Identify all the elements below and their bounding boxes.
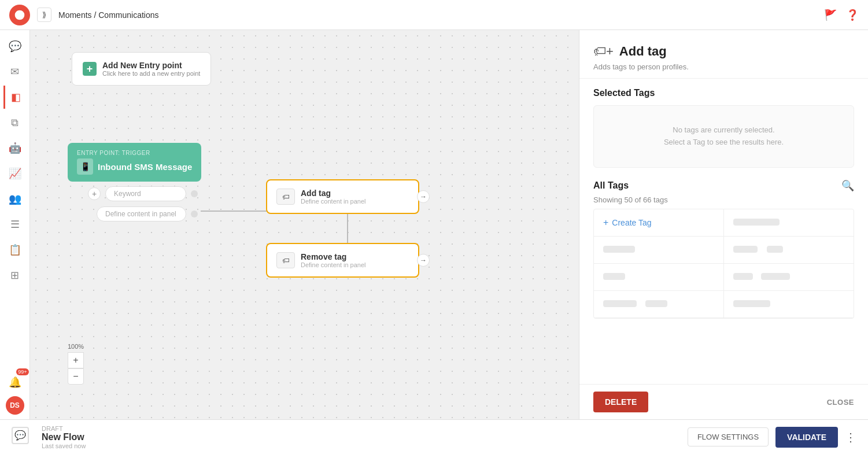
empty-line2: Select a Tag to see the results here.: [612, 136, 835, 149]
sidebar-item-bot[interactable]: 🤖: [3, 136, 27, 160]
add-tag-icon: 🏷: [276, 189, 295, 205]
flow-settings-button[interactable]: FLOW SETTINGS: [688, 427, 769, 446]
notification-badge: 99+: [16, 368, 28, 375]
content-input[interactable]: Define content in panel: [97, 206, 186, 222]
tag-blur-5: [733, 273, 753, 280]
tag-blur-1: [733, 219, 780, 226]
panel-body: Selected Tags No tags are currently sele…: [579, 79, 868, 384]
add-keyword-button[interactable]: +: [88, 187, 101, 200]
panel-title: Add tag: [619, 44, 667, 59]
sidebar-item-audit[interactable]: 📋: [3, 238, 27, 261]
bottom-actions: FLOW SETTINGS VALIDATE ⋮: [688, 427, 856, 448]
canvas-area[interactable]: + Add New Entry point Click here to add …: [30, 30, 579, 419]
breadcrumb-moments: Moments: [58, 10, 92, 20]
sidebar-item-notifications[interactable]: 🔔 99+: [3, 371, 27, 394]
remove-tag-text: Remove tag Define content in panel: [301, 252, 366, 268]
add-tag-node[interactable]: 🏷 Add tag Define content in panel →: [266, 179, 419, 214]
connector-line-h: [201, 211, 267, 212]
close-button[interactable]: CLOSE: [827, 398, 854, 407]
selected-tags-empty-message: No tags are currently selected. Select a…: [612, 124, 835, 149]
create-tag-label: Create Tag: [612, 218, 651, 227]
tag-blur-6b: [645, 300, 667, 307]
panel-header: 🏷+ Add tag Adds tags to person profiles.: [579, 30, 868, 79]
content-row: Define content in panel: [97, 206, 198, 222]
sidebar-item-segments[interactable]: ◧: [3, 86, 27, 109]
all-tags-header: All Tags 🔍: [593, 179, 854, 192]
tag-blur-4: [603, 273, 625, 280]
entry-point-plus-icon: +: [83, 62, 97, 76]
panel-title-row: 🏷+ Add tag: [593, 44, 854, 59]
keyword-connector-dot: [191, 190, 198, 197]
app-logo[interactable]: [9, 5, 30, 25]
more-options-button[interactable]: ⋮: [845, 430, 856, 444]
trigger-title-text: Inbound SMS Message: [98, 162, 192, 172]
remove-tag-arrow-button[interactable]: →: [417, 254, 430, 267]
tag-cell-3[interactable]: [724, 237, 854, 264]
tag-blur-3b: [767, 246, 783, 253]
tag-cell-6[interactable]: [594, 291, 724, 318]
create-tag-cell[interactable]: + Create Tag: [594, 209, 724, 237]
flow-icon: 💬: [12, 427, 32, 448]
panel-add-tag-icon: 🏷+: [593, 44, 614, 59]
remove-tag-icon: 🏷: [276, 252, 295, 268]
content-connector-dot: [191, 211, 198, 217]
trigger-title: 📱 Inbound SMS Message: [77, 158, 192, 175]
tag-cell-1[interactable]: [724, 209, 854, 237]
add-tag-arrow-button[interactable]: →: [417, 190, 430, 203]
flow-icon-box: 💬: [12, 427, 29, 444]
sidebar-item-grid[interactable]: ⊞: [3, 264, 27, 287]
keyword-row: + Keyword: [88, 186, 198, 201]
tags-grid: + Create Tag: [593, 209, 854, 319]
all-tags-section-title: All Tags: [593, 180, 629, 191]
right-panel: 🏷+ Add tag Adds tags to person profiles.…: [579, 30, 868, 419]
zoom-out-button[interactable]: −: [68, 368, 84, 385]
sidebar-item-email[interactable]: ✉: [3, 60, 27, 83]
sidebar-item-copy[interactable]: ⧉: [3, 111, 27, 134]
sidebar-item-chat[interactable]: 💬: [3, 35, 27, 58]
empty-line1: No tags are currently selected.: [612, 124, 835, 136]
sidebar-item-chart[interactable]: 📈: [3, 162, 27, 185]
tag-blur-3: [733, 246, 758, 253]
tag-cell-5[interactable]: [724, 264, 854, 291]
topbar: ⟫ Moments / Communications 🚩 ❓: [0, 0, 868, 30]
breadcrumb: Moments / Communications: [58, 10, 817, 20]
entry-point-subtitle: Click here to add a new entry point: [102, 70, 200, 77]
trigger-block[interactable]: ENTRY POINT: TRIGGER 📱 Inbound SMS Messa…: [68, 143, 201, 182]
help-icon-button[interactable]: ❓: [846, 9, 859, 21]
breadcrumb-page: Communications: [98, 10, 158, 20]
remove-tag-title: Remove tag: [301, 252, 366, 261]
tag-blur-2: [603, 246, 635, 253]
sidebar-item-contacts[interactable]: 👥: [3, 187, 27, 211]
keyword-input[interactable]: Keyword: [105, 186, 186, 201]
zoom-level-label: 100%: [68, 343, 84, 350]
tag-cell-2[interactable]: [594, 237, 724, 264]
entry-point-title: Add New Entry point: [102, 61, 200, 70]
create-tag-button[interactable]: + Create Tag: [603, 217, 714, 228]
bottom-bar: 💬 DRAFT New Flow Last saved now FLOW SET…: [0, 419, 868, 454]
add-tag-subtitle: Define content in panel: [301, 198, 366, 205]
tag-blur-5b: [761, 273, 790, 280]
add-tag-title: Add tag: [301, 189, 366, 198]
tag-blur-7: [733, 300, 770, 307]
trigger-label: ENTRY POINT: TRIGGER: [77, 150, 192, 156]
flag-icon-button[interactable]: 🚩: [824, 9, 837, 21]
tags-count: Showing 50 of 66 tags: [593, 195, 854, 204]
topbar-icons: 🚩 ❓: [824, 9, 859, 21]
zoom-in-button[interactable]: +: [68, 352, 84, 368]
flow-name: New Flow: [42, 432, 678, 442]
panel-subtitle: Adds tags to person profiles.: [593, 62, 854, 71]
sidebar-item-list[interactable]: ☰: [3, 213, 27, 236]
tag-cell-7[interactable]: [724, 291, 854, 318]
validate-button[interactable]: VALIDATE: [775, 427, 838, 448]
flow-saved-label: Last saved now: [42, 442, 678, 449]
tag-cell-4[interactable]: [594, 264, 724, 291]
delete-button[interactable]: DELETE: [593, 392, 648, 412]
selected-tags-section-title: Selected Tags: [593, 88, 854, 98]
flow-info: DRAFT New Flow Last saved now: [42, 425, 678, 449]
zoom-controls: 100% + −: [68, 343, 84, 385]
user-avatar[interactable]: DS: [6, 396, 24, 415]
entry-point-card[interactable]: + Add New Entry point Click here to add …: [72, 52, 211, 86]
remove-tag-node[interactable]: 🏷 Remove tag Define content in panel →: [266, 243, 419, 278]
search-tags-button[interactable]: 🔍: [841, 179, 854, 192]
nav-expand-button[interactable]: ⟫: [37, 8, 51, 22]
